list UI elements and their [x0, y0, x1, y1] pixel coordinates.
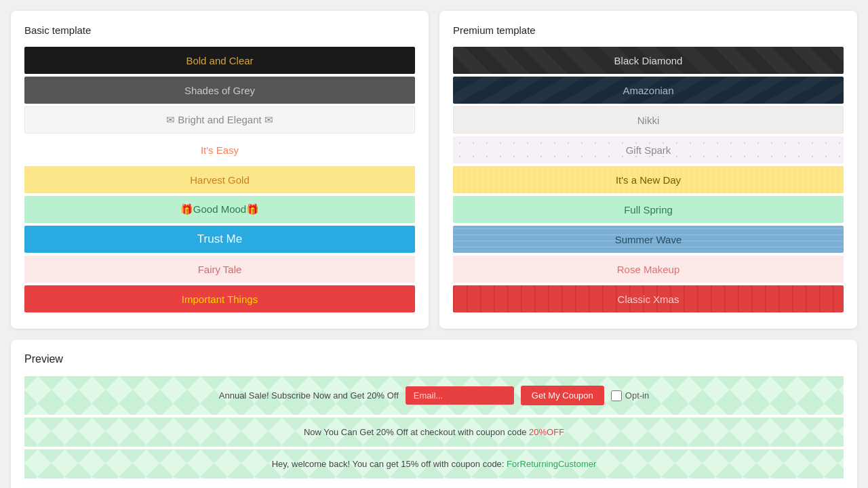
main-container: Basic template Bold and Clear Shades of …	[11, 11, 857, 488]
template-label-important-things: Important Things	[182, 293, 258, 305]
template-label-shades-of-grey: Shades of Grey	[184, 85, 255, 96]
template-label-summer-wave: Summer Wave	[615, 234, 682, 245]
template-item-trust-me[interactable]: Trust Me	[24, 226, 415, 253]
preview-banner-3: Hey, welcome back! You can get 15% off w…	[24, 449, 844, 479]
preview-banner2-text: Now You Can Get 20% Off at checkout with…	[304, 427, 564, 437]
premium-template-title: Premium template	[453, 24, 844, 36]
template-label-amazonian: Amazonian	[623, 85, 673, 96]
preview-row-1: Annual Sale! Subscribe Now and Get 20% O…	[219, 386, 649, 405]
template-label-bold-and-clear: Bold and Clear	[186, 55, 253, 66]
preview-optin: Opt-in	[611, 390, 649, 401]
template-item-shades-of-grey[interactable]: Shades of Grey	[24, 77, 415, 104]
preview-content: Annual Sale! Subscribe Now and Get 20% O…	[24, 376, 844, 479]
template-item-black-diamond[interactable]: Black Diamond	[453, 47, 844, 74]
template-label-classic-xmas: Classic Xmas	[618, 293, 679, 305]
basic-template-title: Basic template	[24, 24, 415, 36]
template-item-fairy-tale[interactable]: Fairy Tale	[24, 256, 415, 283]
template-item-bright-and-elegant[interactable]: ✉ Bright and Elegant ✉	[24, 106, 415, 134]
banner2-coupon: 20%OFF	[529, 427, 564, 437]
template-item-its-easy[interactable]: It's Easy	[24, 136, 415, 163]
get-coupon-button[interactable]: Get My Coupon	[521, 386, 604, 405]
banner2-text-before: Now You Can Get 20% Off at checkout with…	[304, 427, 527, 437]
preview-banner-1: Annual Sale! Subscribe Now and Get 20% O…	[24, 376, 844, 415]
template-item-rose-makeup[interactable]: Rose Makeup	[453, 256, 844, 283]
preview-title: Preview	[24, 353, 844, 365]
template-label-nikki: Nikki	[637, 115, 660, 126]
template-label-bright-and-elegant: ✉ Bright and Elegant ✉	[166, 114, 273, 126]
preview-banner1-text: Annual Sale! Subscribe Now and Get 20% O…	[219, 390, 399, 401]
optin-checkbox[interactable]	[611, 390, 622, 401]
template-item-gift-spark[interactable]: Gift Spark	[453, 136, 844, 163]
template-item-summer-wave[interactable]: Summer Wave	[453, 226, 844, 253]
preview-banner-2: Now You Can Get 20% Off at checkout with…	[24, 418, 844, 447]
preview-banner3-text: Hey, welcome back! You can get 15% off w…	[272, 459, 597, 469]
template-label-full-spring: Full Spring	[624, 204, 673, 216]
template-label-black-diamond: Black Diamond	[614, 55, 683, 66]
template-item-amazonian[interactable]: Amazonian	[453, 77, 844, 104]
template-label-harvest-gold: Harvest Gold	[190, 174, 250, 186]
template-item-its-a-new-day[interactable]: It's a New Day	[453, 166, 844, 193]
template-label-its-a-new-day: It's a New Day	[616, 174, 681, 186]
template-label-rose-makeup: Rose Makeup	[617, 264, 680, 275]
template-item-bold-and-clear[interactable]: Bold and Clear	[24, 47, 415, 74]
template-item-nikki[interactable]: Nikki	[453, 106, 844, 134]
template-item-full-spring[interactable]: Full Spring	[453, 196, 844, 223]
template-row: Basic template Bold and Clear Shades of …	[11, 11, 857, 329]
template-item-harvest-gold[interactable]: Harvest Gold	[24, 166, 415, 193]
template-item-important-things[interactable]: Important Things	[24, 285, 415, 312]
basic-template-card: Basic template Bold and Clear Shades of …	[11, 11, 429, 329]
template-item-good-mood[interactable]: 🎁Good Mood🎁	[24, 196, 415, 223]
template-label-good-mood: 🎁Good Mood🎁	[180, 203, 259, 216]
template-item-classic-xmas[interactable]: Classic Xmas	[453, 285, 844, 312]
preview-card: Preview Annual Sale! Subscribe Now and G…	[11, 340, 857, 488]
template-label-fairy-tale: Fairy Tale	[198, 264, 242, 275]
premium-template-card: Premium template Black Diamond Amazonian…	[439, 11, 857, 329]
preview-email-input[interactable]	[406, 386, 514, 405]
template-label-its-easy: It's Easy	[201, 144, 239, 156]
banner3-coupon: ForReturningCustomer	[507, 459, 596, 469]
template-label-gift-spark: Gift Spark	[626, 144, 671, 156]
template-label-trust-me: Trust Me	[197, 232, 242, 246]
banner3-text-before: Hey, welcome back! You can get 15% off w…	[272, 459, 505, 469]
optin-label: Opt-in	[625, 390, 649, 401]
